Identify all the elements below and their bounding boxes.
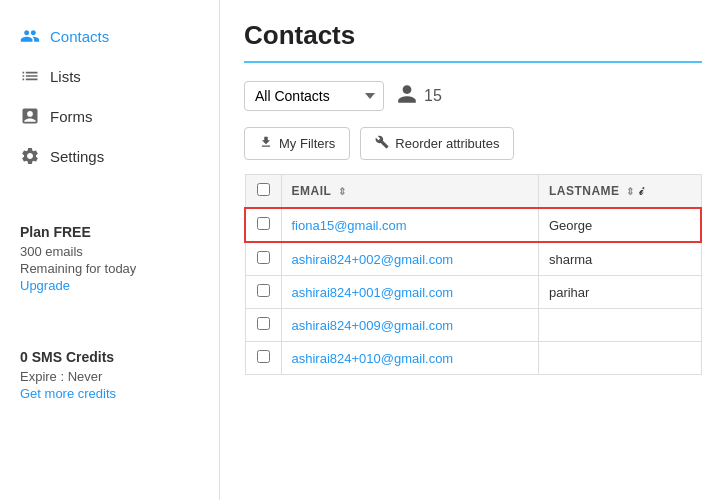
row-lastname [538,342,701,375]
title-divider [244,61,702,63]
plan-title: Plan FREE [20,224,199,240]
plan-remaining: Remaining for today [20,261,199,276]
lists-icon [20,66,40,86]
contact-count: 15 [396,83,442,109]
table-header-row: Email ⇕ LASTNAME ⇕ 𝒾 [245,175,701,209]
table-row: ashirai824+001@gmail.comparihar [245,276,701,309]
row-email[interactable]: ashirai824+001@gmail.com [281,276,538,309]
table-row: ashirai824+009@gmail.com [245,309,701,342]
row-checkbox-cell [245,242,281,276]
sidebar-item-forms[interactable]: Forms [0,96,219,136]
my-filters-button[interactable]: My Filters [244,127,350,160]
row-checkbox[interactable] [257,251,270,264]
settings-icon [20,146,40,166]
sms-title: 0 SMS Credits [20,349,199,365]
reorder-attributes-label: Reorder attributes [395,136,499,151]
row-email[interactable]: ashirai824+002@gmail.com [281,242,538,276]
my-filters-label: My Filters [279,136,335,151]
row-checkbox[interactable] [257,217,270,230]
header-checkbox-cell [245,175,281,209]
lastname-sort-icon: ⇕ [626,186,635,197]
select-all-checkbox[interactable] [257,183,270,196]
upgrade-link[interactable]: Upgrade [20,278,70,293]
forms-icon [20,106,40,126]
row-checkbox[interactable] [257,350,270,363]
row-checkbox-cell [245,208,281,242]
email-header-label: Email [292,184,332,198]
get-more-credits-link[interactable]: Get more credits [20,386,116,401]
sidebar-item-settings-label: Settings [50,148,104,165]
row-checkbox-cell [245,342,281,375]
header-lastname[interactable]: LASTNAME ⇕ 𝒾 [538,175,701,209]
row-checkbox-cell [245,276,281,309]
header-email[interactable]: Email ⇕ [281,175,538,209]
upload-icon [259,135,273,152]
wrench-icon [375,135,389,152]
row-email[interactable]: fiona15@gmail.com [281,208,538,242]
table-row: ashirai824+002@gmail.comsharma [245,242,701,276]
contact-count-number: 15 [424,87,442,105]
contacts-icon [20,26,40,46]
row-lastname [538,309,701,342]
row-email[interactable]: ashirai824+009@gmail.com [281,309,538,342]
contacts-filter-select[interactable]: All Contacts Subscribed Unsubscribed Bla… [244,81,384,111]
sms-section: 0 SMS Credits Expire : Never Get more cr… [0,337,219,413]
sidebar-item-contacts-label: Contacts [50,28,109,45]
row-checkbox[interactable] [257,317,270,330]
sms-expire: Expire : Never [20,369,199,384]
row-lastname: parihar [538,276,701,309]
cursor-indicator: 𝒾 [639,183,644,198]
sidebar: Contacts Lists Forms Settings Plan FREE … [0,0,220,500]
row-email[interactable]: ashirai824+010@gmail.com [281,342,538,375]
page-title: Contacts [244,20,702,51]
email-sort-icon: ⇕ [338,186,347,197]
table-row: fiona15@gmail.comGeorge [245,208,701,242]
filter-row: All Contacts Subscribed Unsubscribed Bla… [244,81,702,111]
lastname-header-label: LASTNAME [549,184,620,198]
sidebar-item-lists[interactable]: Lists [0,56,219,96]
sidebar-item-lists-label: Lists [50,68,81,85]
reorder-attributes-button[interactable]: Reorder attributes [360,127,514,160]
row-lastname: sharma [538,242,701,276]
row-lastname: George [538,208,701,242]
sidebar-item-contacts[interactable]: Contacts [0,16,219,56]
table-row: ashirai824+010@gmail.com [245,342,701,375]
row-checkbox[interactable] [257,284,270,297]
row-checkbox-cell [245,309,281,342]
person-icon [396,83,418,109]
main-content: Contacts All Contacts Subscribed Unsubsc… [220,0,726,500]
toolbar-row: My Filters Reorder attributes [244,127,702,160]
contacts-table: Email ⇕ LASTNAME ⇕ 𝒾 fiona15@gmail.comGe… [244,174,702,375]
plan-section: Plan FREE 300 emails Remaining for today… [0,212,219,305]
sidebar-item-forms-label: Forms [50,108,93,125]
plan-emails: 300 emails [20,244,199,259]
sidebar-item-settings[interactable]: Settings [0,136,219,176]
table-body: fiona15@gmail.comGeorgeashirai824+002@gm… [245,208,701,375]
